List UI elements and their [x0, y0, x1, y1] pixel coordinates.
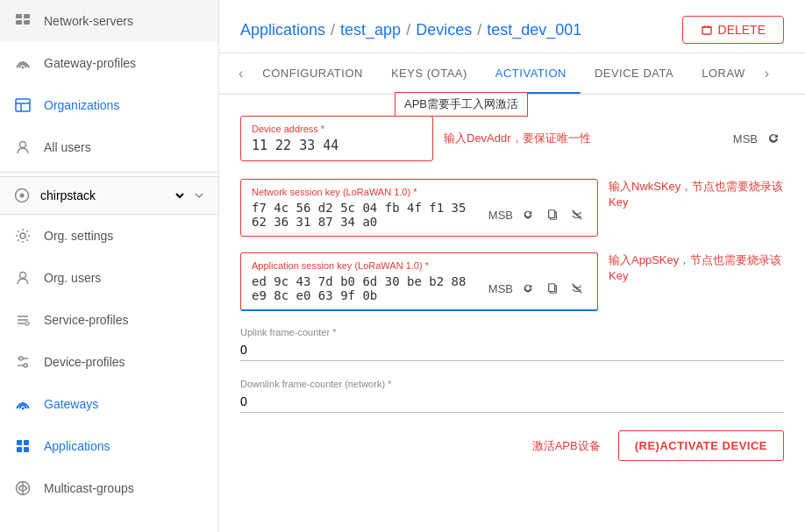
tab-arrow-right[interactable]: › [759, 53, 774, 94]
ask-eye-btn[interactable] [567, 280, 587, 296]
device-address-box: Device address * 11 22 33 44 [240, 116, 433, 161]
svg-rect-25 [24, 447, 29, 452]
ask-copy-btn[interactable] [543, 280, 562, 296]
copy-icon [546, 209, 559, 221]
svg-rect-2 [16, 20, 22, 25]
tab-device-data[interactable]: DEVICE DATA [581, 54, 687, 94]
uplink-counter-input[interactable] [240, 339, 784, 361]
sidebar-item-label: Service-profiles [44, 313, 128, 327]
application-session-key-controls: MSB [488, 280, 587, 296]
sidebar: Network-servers Gateway-profiles Organiz… [0, 0, 219, 532]
device-address-refresh-btn[interactable] [763, 130, 784, 147]
tab-loraw[interactable]: LORAW [687, 54, 759, 94]
ask-annotation: 输入AppSKey，节点也需要烧录该Key [609, 252, 784, 282]
breadcrumb-test-app[interactable]: test_app [340, 21, 401, 39]
sidebar-item-label: Org. users [44, 271, 101, 285]
svg-point-4 [22, 67, 25, 69]
nsk-eye-btn[interactable] [567, 207, 587, 223]
svg-point-12 [20, 273, 26, 279]
sidebar-item-service-profiles[interactable]: Service-profiles [0, 299, 218, 341]
sidebar-item-org-settings[interactable]: Org. settings [0, 215, 218, 257]
nsk-msb: MSB [488, 209, 513, 222]
breadcrumb-devices[interactable]: Devices [416, 21, 472, 39]
sidebar-item-applications[interactable]: Applications [0, 425, 218, 467]
sidebar-item-all-users[interactable]: All users [0, 126, 218, 168]
tab-arrow-left[interactable]: ‹ [233, 53, 248, 94]
table-icon [14, 96, 32, 114]
sidebar-item-label: Gateway-profiles [44, 56, 136, 70]
breadcrumb-sep-3: / [477, 21, 481, 39]
tab-configuration[interactable]: CONFIGURATION [248, 54, 377, 94]
sidebar-org-selector[interactable]: chirpstack [0, 176, 218, 215]
nsk-annotation: 输入NwkSKey，节点也需要烧录该Key [609, 179, 784, 209]
bottom-action-row: 激活APB设备 (RE)ACTIVATE DEVICE [240, 430, 784, 461]
refresh-icon [522, 282, 534, 294]
downlink-counter-input[interactable] [240, 391, 784, 413]
delete-button[interactable]: DELETE [682, 16, 784, 44]
sidebar-item-gateways[interactable]: Gateways [0, 383, 218, 425]
svg-rect-33 [549, 210, 555, 218]
sidebar-item-label: All users [44, 140, 91, 154]
breadcrumb-sep-1: / [331, 21, 335, 39]
sidebar-item-label: Device-profiles [44, 355, 125, 369]
application-session-key-label: Application session key (LoRaWAN 1.0) * [252, 260, 587, 271]
ask-refresh-btn[interactable] [518, 280, 538, 296]
tab-annotation: APB需要手工入网激活 [395, 92, 528, 117]
refresh-icon [522, 209, 534, 221]
form-content: Device address * 11 22 33 44 输入DevAddr，要… [219, 95, 805, 532]
sidebar-divider [0, 172, 218, 173]
refresh-icon [766, 131, 780, 145]
list-star-icon [14, 311, 32, 329]
ask-msb: MSB [488, 282, 513, 295]
sidebar-item-label: Network-servers [44, 14, 133, 28]
svg-rect-35 [549, 284, 555, 292]
breadcrumb-device-name[interactable]: test_dev_001 [487, 21, 581, 39]
svg-point-19 [19, 357, 23, 360]
multicast-icon [14, 479, 32, 497]
grid-icon [14, 12, 32, 30]
sidebar-item-network-servers[interactable]: Network-servers [0, 0, 218, 42]
application-session-key-box: Application session key (LoRaWAN 1.0) * … [240, 252, 598, 311]
org-dropdown[interactable]: chirpstack [37, 188, 187, 203]
sidebar-item-label: Org. settings [44, 229, 113, 243]
device-address-controls: MSB [733, 130, 784, 147]
chevron-down-icon [194, 190, 204, 201]
uplink-counter-group: Uplink frame-counter * [240, 327, 784, 361]
downlink-counter-group: Downlink frame-counter (network) * [240, 379, 784, 413]
svg-point-10 [20, 194, 25, 198]
sidebar-item-gateway-profiles[interactable]: Gateway-profiles [0, 42, 218, 84]
device-address-annotation: 输入DevAddr，要保证唯一性 [444, 131, 591, 146]
nsk-copy-btn[interactable] [543, 207, 562, 223]
svg-rect-22 [17, 440, 22, 445]
nsk-refresh-btn[interactable] [518, 207, 538, 223]
sidebar-item-multicast-groups[interactable]: Multicast-groups [0, 467, 218, 509]
org-icon [14, 188, 30, 203]
svg-point-11 [20, 233, 25, 238]
tab-activation[interactable]: ACTIVATION [481, 54, 581, 94]
application-session-key-value: ed 9c 43 7d b0 6d 30 be b2 88 e9 8c e0 6… [252, 274, 481, 302]
antenna-signal-icon [14, 395, 32, 413]
sidebar-item-org-users[interactable]: Org. users [0, 257, 218, 299]
svg-point-8 [20, 142, 26, 148]
sidebar-item-organizations[interactable]: Organizations [0, 84, 218, 126]
device-address-row: Device address * 11 22 33 44 输入DevAddr，要… [240, 116, 784, 161]
network-session-key-controls: MSB [488, 207, 587, 223]
breadcrumb: Applications / test_app / Devices / test… [240, 21, 581, 39]
person-icon [14, 138, 32, 156]
reactivate-button[interactable]: (RE)ACTIVATE DEVICE [618, 430, 784, 461]
tab-keys-otaa[interactable]: KEYS (OTAA) [377, 54, 481, 94]
trash-icon [701, 24, 713, 36]
svg-rect-1 [24, 14, 30, 18]
svg-rect-23 [24, 440, 29, 445]
sliders-icon [14, 353, 32, 371]
sidebar-item-label: Applications [44, 439, 110, 453]
breadcrumb-sep-2: / [406, 21, 410, 39]
copy-icon [546, 282, 559, 294]
network-session-key-value: f7 4c 56 d2 5c 04 fb 4f f1 35 62 36 31 8… [252, 201, 481, 229]
tabs-bar: ‹ CONFIGURATION KEYS (OTAA) ACTIVATION D… [219, 53, 805, 95]
device-address-label: Device address * [252, 124, 422, 134]
svg-point-20 [24, 364, 27, 367]
sidebar-item-device-profiles[interactable]: Device-profiles [0, 341, 218, 383]
breadcrumb-applications[interactable]: Applications [240, 21, 325, 39]
svg-point-16 [25, 322, 29, 325]
